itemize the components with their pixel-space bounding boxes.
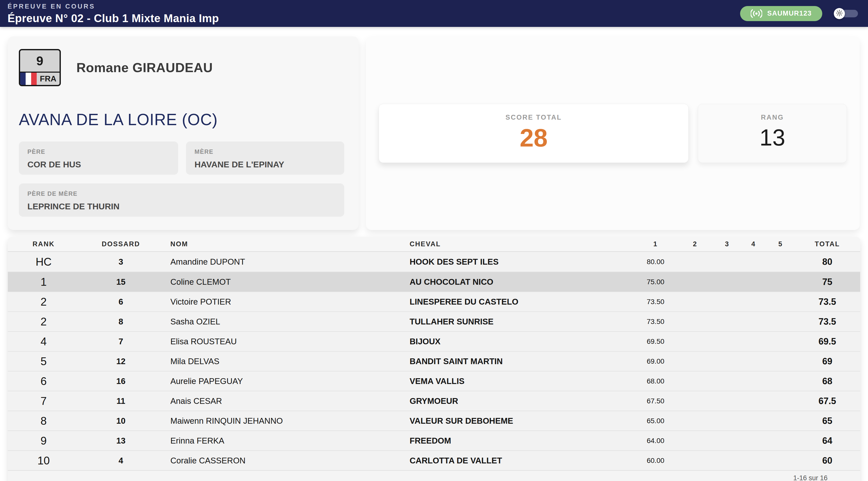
table-row[interactable]: HC3Amandine DUPONTHOOK DES SEPT ILES80.0… bbox=[8, 252, 860, 272]
score-total-label: SCORE TOTAL bbox=[379, 114, 688, 121]
cell-dossard: 6 bbox=[80, 297, 162, 307]
bib-row: 9 FRA Romane GIRAUDEAU bbox=[19, 49, 347, 86]
score-panel: SCORE TOTAL 28 RANG 13 bbox=[366, 36, 860, 230]
cell-cheval: VALEUR SUR DEBOHEME bbox=[401, 416, 635, 426]
cell-cheval: GRYMOEUR bbox=[401, 396, 635, 406]
cell-dossard: 10 bbox=[80, 416, 162, 426]
cell-rank: 9 bbox=[8, 434, 80, 447]
event-status-label: ÉPREUVE EN COURS bbox=[7, 2, 219, 10]
col-3: 3 bbox=[714, 240, 740, 248]
table-header-row: RANK DOSSARD NOM CHEVAL 1 2 3 4 5 TOTAL bbox=[8, 237, 860, 252]
col-1: 1 bbox=[635, 240, 676, 248]
table-row[interactable]: 913Erinna FERKAFREEDOM64.0064 bbox=[8, 430, 860, 450]
table-row[interactable]: 711Anais CESARGRYMOEUR67.5067.5 bbox=[8, 391, 860, 411]
cell-rank: 4 bbox=[8, 335, 80, 348]
cell-total: 65 bbox=[794, 416, 860, 426]
cell-nom: Elisa ROUSTEAU bbox=[162, 337, 401, 346]
col-dossard: DOSSARD bbox=[80, 240, 162, 248]
col-5: 5 bbox=[767, 240, 794, 248]
theme-toggle[interactable] bbox=[834, 8, 858, 19]
table-row[interactable]: 616Aurelie PAPEGUAYVEMA VALLIS68.0068 bbox=[8, 371, 860, 391]
cell-total: 73.5 bbox=[794, 297, 860, 307]
cell-total: 60 bbox=[794, 455, 860, 466]
col-nom: NOM bbox=[162, 240, 401, 248]
table-row[interactable]: 810Maiwenn RINQUIN JEHANNOVALEUR SUR DEB… bbox=[8, 411, 860, 430]
table-body: HC3Amandine DUPONTHOOK DES SEPT ILES80.0… bbox=[8, 252, 860, 470]
field-pere-value: COR DE HUS bbox=[27, 159, 178, 170]
event-title: Épreuve N° 02 - Club 1 Mixte Mania Imp bbox=[7, 12, 219, 25]
cell-c1: 73.50 bbox=[635, 318, 676, 326]
cell-cheval: FREEDOM bbox=[401, 436, 635, 446]
score-total-value: 28 bbox=[379, 123, 688, 152]
pagination-label: 1-16 sur 16 bbox=[793, 474, 828, 481]
cell-rank: 7 bbox=[8, 395, 80, 408]
cell-rank: HC bbox=[8, 255, 80, 268]
cell-dossard: 11 bbox=[80, 396, 162, 406]
live-badge-label: SAUMUR123 bbox=[767, 9, 812, 17]
cell-total: 68 bbox=[794, 376, 860, 387]
header-titles: ÉPREUVE EN COURS Épreuve N° 02 - Club 1 … bbox=[7, 2, 219, 25]
live-session-badge[interactable]: SAUMUR123 bbox=[740, 6, 822, 21]
cell-c1: 69.50 bbox=[635, 337, 676, 345]
cell-rank: 1 bbox=[8, 276, 80, 288]
rank-value: 13 bbox=[698, 124, 847, 151]
cell-dossard: 16 bbox=[80, 377, 162, 386]
col-4: 4 bbox=[740, 240, 767, 248]
rider-name: Romane GIRAUDEAU bbox=[76, 60, 213, 75]
cell-nom: Coralie CASSERON bbox=[162, 456, 401, 465]
rider-card: 9 FRA Romane GIRAUDEAU AVANA DE LA LOIRE… bbox=[8, 36, 359, 230]
cell-rank: 10 bbox=[8, 454, 80, 467]
cell-dossard: 15 bbox=[80, 277, 162, 287]
col-cheval: CHEVAL bbox=[401, 240, 635, 248]
header-bar: ÉPREUVE EN COURS Épreuve N° 02 - Club 1 … bbox=[0, 0, 868, 27]
rank-card: RANG 13 bbox=[698, 104, 847, 163]
score-total-card: SCORE TOTAL 28 bbox=[379, 104, 688, 163]
field-mere-value: HAVANE DE L'EPINAY bbox=[194, 159, 344, 170]
pedigree-fields: PÈRE COR DE HUS MÈRE HAVANE DE L'EPINAY … bbox=[19, 142, 347, 217]
cell-total: 73.5 bbox=[794, 317, 860, 327]
col-rank: RANK bbox=[8, 240, 80, 248]
cell-total: 69.5 bbox=[794, 336, 860, 347]
cell-c1: 80.00 bbox=[635, 258, 676, 266]
table-row[interactable]: 28Sasha OZIELTULLAHER SUNRISE73.5073.5 bbox=[8, 311, 860, 331]
cell-c1: 64.00 bbox=[635, 437, 676, 445]
cell-nom: Coline CLEMOT bbox=[162, 277, 401, 287]
table-row[interactable]: 26Victoire POTIERLINESPEREE DU CASTELO73… bbox=[8, 292, 860, 311]
cell-cheval: LINESPEREE DU CASTELO bbox=[401, 297, 635, 307]
cell-c1: 68.00 bbox=[635, 377, 676, 385]
cell-total: 75 bbox=[794, 277, 860, 287]
country-code: FRA bbox=[37, 72, 60, 85]
cell-total: 67.5 bbox=[794, 396, 860, 407]
sun-icon bbox=[836, 10, 843, 17]
results-table: RANK DOSSARD NOM CHEVAL 1 2 3 4 5 TOTAL … bbox=[8, 237, 860, 481]
bib-badge: 9 FRA bbox=[19, 49, 61, 86]
bib-number: 9 bbox=[20, 50, 60, 71]
table-row[interactable]: 47Elisa ROUSTEAUBIJOUX69.5069.5 bbox=[8, 331, 860, 351]
col-total: TOTAL bbox=[794, 240, 860, 248]
cell-dossard: 4 bbox=[80, 456, 162, 465]
cell-total: 80 bbox=[794, 257, 860, 267]
cell-c1: 65.00 bbox=[635, 417, 676, 425]
header-actions: SAUMUR123 bbox=[740, 6, 858, 21]
cell-nom: Victoire POTIER bbox=[162, 297, 401, 307]
table-row[interactable]: 512Mila DELVASBANDIT SAINT MARTIN69.0069 bbox=[8, 351, 860, 371]
cell-c1: 60.00 bbox=[635, 457, 676, 465]
flag-france bbox=[20, 72, 37, 85]
cell-nom: Amandine DUPONT bbox=[162, 257, 401, 267]
col-2: 2 bbox=[676, 240, 714, 248]
table-row[interactable]: 115Coline CLEMOTAU CHOCOLAT NICO75.0075 bbox=[8, 272, 860, 292]
bib-country-row: FRA bbox=[20, 71, 60, 85]
field-pere-de-mere-value: LEPRINCE DE THURIN bbox=[27, 202, 344, 211]
table-row[interactable]: 104Coralie CASSERONCARLOTTA DE VALLET60.… bbox=[8, 450, 860, 470]
cell-c1: 75.00 bbox=[635, 278, 676, 286]
cell-dossard: 7 bbox=[80, 337, 162, 346]
theme-toggle-knob bbox=[834, 8, 845, 19]
field-mere: MÈRE HAVANE DE L'EPINAY bbox=[186, 142, 344, 175]
broadcast-icon bbox=[751, 9, 762, 18]
field-mere-label: MÈRE bbox=[194, 148, 344, 155]
pagination-bar: 1-16 sur 16 bbox=[8, 470, 860, 481]
cell-dossard: 12 bbox=[80, 357, 162, 366]
cell-dossard: 3 bbox=[80, 257, 162, 267]
cell-total: 69 bbox=[794, 356, 860, 367]
cell-nom: Maiwenn RINQUIN JEHANNO bbox=[162, 416, 401, 426]
